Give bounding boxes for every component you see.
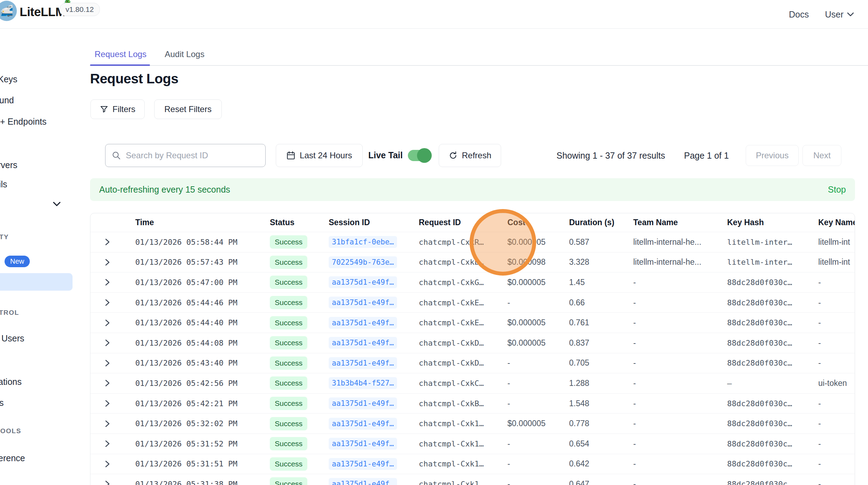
previous-page-button[interactable]: Previous — [746, 145, 799, 166]
table-row[interactable]: 01/13/2026 05:58:44 PM Success 31bfa1cf-… — [90, 232, 855, 252]
table-row[interactable]: 01/13/2026 05:42:21 PM Success aa1375d1-… — [90, 393, 855, 414]
cell-key-hash: 88dc28d0f030c… — [722, 359, 813, 367]
col-key-name: Key Name — [813, 218, 855, 227]
session-id-link[interactable]: 31b3b4b4-f527… — [329, 377, 397, 389]
cell-time: 01/13/2026 05:43:40 PM — [130, 359, 264, 367]
session-id-link[interactable]: aa1375d1-e49f… — [329, 337, 397, 349]
table-row[interactable]: 01/13/2026 05:31:51 PM Success aa1375d1-… — [90, 454, 855, 474]
table-row[interactable]: 01/13/2026 05:43:40 PM Success aa1375d1-… — [90, 353, 855, 373]
tab-audit-logs[interactable]: Audit Logs — [165, 49, 204, 59]
table-row[interactable]: 01/13/2026 05:47:00 PM Success aa1375d1-… — [90, 272, 855, 292]
session-id-link[interactable]: aa1375d1-e49f… — [329, 418, 397, 430]
table-row[interactable]: 01/13/2026 05:31:52 PM Success aa1375d1-… — [90, 434, 855, 454]
cell-key-hash: 88dc28d0f030c… — [722, 339, 813, 347]
auto-refresh-message: Auto-refreshing every 15 seconds — [99, 185, 230, 195]
cell-cost: $0.000005 — [502, 419, 563, 428]
table-row[interactable]: 01/13/2026 05:57:43 PM Success 7022549b-… — [90, 252, 855, 272]
sidebar-item-playground[interactable]: und — [0, 95, 14, 105]
session-id-link[interactable]: aa1375d1-e49f… — [329, 357, 397, 369]
app-root: 🚅 LiteLLM 🎄 v1.80.12 Docs User Keys und … — [0, 0, 868, 485]
status-badge: Success — [270, 457, 307, 471]
cell-time: 01/13/2026 05:58:44 PM — [130, 238, 264, 247]
table-row[interactable]: 01/13/2026 05:44:46 PM Success aa1375d1-… — [90, 292, 855, 313]
cell-team-name: - — [628, 318, 722, 327]
col-team-name: Team Name — [628, 218, 722, 227]
refresh-button[interactable]: Refresh — [439, 144, 501, 167]
sidebar-item-servers[interactable]: rvers — [0, 160, 18, 170]
session-id-link[interactable]: aa1375d1-e49f… — [329, 276, 397, 288]
search-input[interactable] — [126, 151, 259, 160]
sidebar-item-keys[interactable]: Keys — [0, 74, 18, 84]
session-id-link[interactable]: aa1375d1-e49f… — [329, 478, 397, 485]
cell-key-name: - — [813, 459, 855, 469]
cell-cost: $0.000005 — [502, 318, 563, 327]
cell-cost: - — [502, 459, 563, 469]
session-id-link[interactable]: 7022549b-763e… — [329, 256, 397, 268]
cell-duration: 0.642 — [563, 459, 628, 469]
expand-chevron-icon[interactable] — [104, 339, 110, 347]
table-row[interactable]: 01/13/2026 05:44:40 PM Success aa1375d1-… — [90, 312, 855, 333]
docs-link[interactable]: Docs — [789, 9, 809, 20]
sidebar-item-organizations[interactable]: ations — [0, 377, 22, 387]
tab-request-logs[interactable]: Request Logs — [95, 49, 146, 59]
sidebar-item-guardrails[interactable]: ils — [0, 179, 7, 189]
sidebar-item-logs-active[interactable] — [0, 273, 73, 291]
live-tail-toggle[interactable] — [408, 150, 430, 161]
sidebar-item-teams[interactable]: s — [0, 398, 4, 408]
expand-chevron-icon[interactable] — [104, 299, 110, 306]
expand-chevron-icon[interactable] — [104, 379, 110, 387]
expand-chevron-icon[interactable] — [104, 319, 110, 327]
expand-chevron-icon[interactable] — [104, 359, 110, 367]
cell-team-name: - — [628, 459, 722, 469]
expand-chevron-icon[interactable] — [104, 238, 110, 246]
cell-time: 01/13/2026 05:47:00 PM — [130, 278, 264, 287]
cell-request-id: chatcmpl-CxkE… — [413, 318, 502, 327]
session-id-link[interactable]: aa1375d1-e49f… — [329, 317, 397, 329]
next-page-button[interactable]: Next — [802, 145, 841, 166]
cell-team-name: - — [628, 419, 722, 428]
user-menu[interactable]: User — [825, 9, 854, 20]
session-id-link[interactable]: aa1375d1-e49f… — [329, 397, 397, 409]
session-id-link[interactable]: 31bfa1cf-0ebe… — [329, 236, 397, 248]
cell-request-id: chatcmpl-CxkE… — [413, 298, 502, 307]
expand-chevron-icon[interactable] — [104, 258, 110, 266]
user-menu-label: User — [825, 9, 843, 20]
cell-request-id: chatcmpl-CxkD… — [413, 359, 502, 367]
cell-time: 01/13/2026 05:44:46 PM — [130, 298, 264, 307]
expand-chevron-icon[interactable] — [104, 440, 110, 448]
cell-session-id: aa1375d1-e49f… — [323, 276, 413, 288]
cell-session-id: aa1375d1-e49f… — [323, 458, 413, 470]
sidebar-item-users[interactable]: Users — [1, 333, 24, 344]
expand-chevron-icon[interactable] — [104, 278, 110, 286]
time-range-button[interactable]: Last 24 Hours — [276, 144, 363, 167]
sidebar-collapse-chevron-icon[interactable] — [53, 202, 61, 207]
sidebar-section-tools: TOOLS — [0, 427, 21, 435]
session-id-link[interactable]: aa1375d1-e49f… — [329, 458, 397, 470]
cell-key-hash: litellm-inter… — [722, 238, 813, 247]
sidebar: Keys und + Endpoints rvers ils TY New TR… — [0, 29, 90, 485]
expand-chevron-icon[interactable] — [104, 460, 110, 468]
stop-auto-refresh-link[interactable]: Stop — [828, 185, 846, 195]
sidebar-item-endpoints[interactable]: + Endpoints — [0, 117, 47, 127]
cell-status: Success — [264, 397, 323, 410]
session-id-link[interactable]: aa1375d1-e49f… — [329, 297, 397, 309]
table-row[interactable]: 01/13/2026 05:42:56 PM Success 31b3b4b4-… — [90, 373, 855, 393]
cell-duration: 0.761 — [563, 318, 628, 327]
table-row[interactable]: 01/13/2026 05:32:02 PM Success aa1375d1-… — [90, 413, 855, 434]
app-title: LiteLLM — [20, 5, 66, 19]
expand-chevron-icon[interactable] — [104, 400, 110, 407]
refresh-button-label: Refresh — [462, 151, 491, 160]
reset-filters-button[interactable]: Reset Filters — [154, 99, 222, 119]
cell-session-id: 7022549b-763e… — [323, 256, 413, 268]
session-id-link[interactable]: aa1375d1-e49f… — [329, 438, 397, 450]
cell-time: 01/13/2026 05:31:38 PM — [130, 480, 264, 485]
expand-chevron-icon[interactable] — [104, 480, 110, 485]
cell-status: Success — [264, 256, 323, 269]
table-row[interactable]: 01/13/2026 05:31:38 PM Success aa1375d1-… — [90, 474, 855, 485]
filters-button[interactable]: Filters — [90, 99, 145, 119]
table-row[interactable]: 01/13/2026 05:44:08 PM Success aa1375d1-… — [90, 333, 855, 353]
cell-request-id: chatcmpl-Cxk1… — [413, 459, 502, 468]
expand-chevron-icon[interactable] — [104, 420, 110, 428]
cell-key-hash: litellm-inter… — [722, 258, 813, 266]
sidebar-item-reference[interactable]: erence — [0, 453, 25, 463]
